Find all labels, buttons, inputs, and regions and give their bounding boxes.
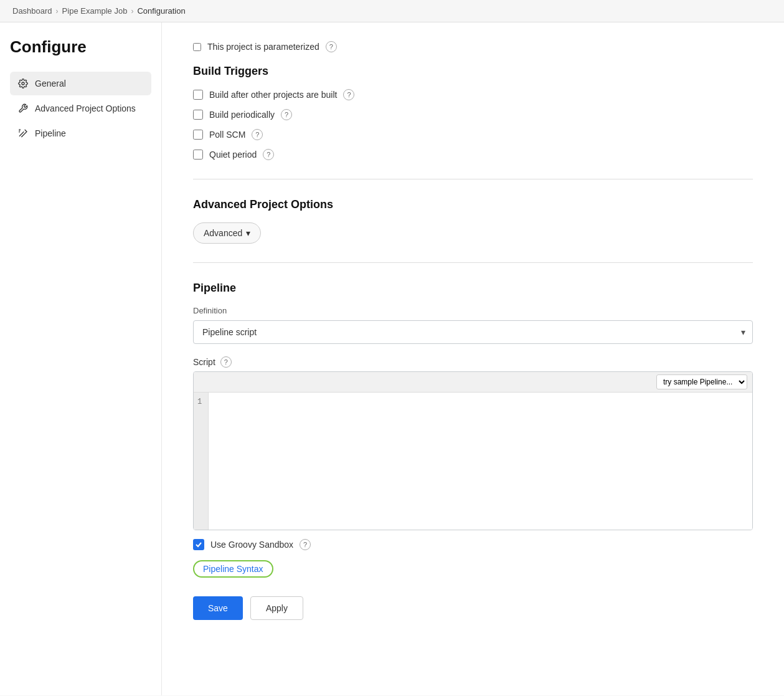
groovy-sandbox-label: Use Groovy Sandbox: [210, 540, 293, 550]
quiet-period-help-icon[interactable]: ?: [263, 149, 274, 160]
this-project-parameterized-label: This project is parameterized: [207, 42, 319, 52]
script-textarea[interactable]: [209, 393, 752, 530]
poll-scm-label: Poll SCM: [209, 130, 245, 140]
sidebar-item-advanced-project-options[interactable]: Advanced Project Options: [10, 97, 151, 120]
definition-label: Definition: [193, 306, 753, 315]
breadcrumb: Dashboard › Pipe Example Job › Configura…: [0, 0, 784, 22]
sidebar-nav: General Advanced Project Options: [10, 72, 151, 145]
groovy-sandbox-row: Use Groovy Sandbox ?: [193, 539, 753, 550]
editor-header: try sample Pipeline...: [194, 372, 752, 393]
advanced-chevron-icon: ▾: [246, 228, 250, 238]
build-after-other-row: Build after other projects are built ?: [193, 89, 753, 100]
save-button[interactable]: Save: [193, 596, 243, 620]
advanced-button[interactable]: Advanced ▾: [193, 222, 261, 244]
script-label-row: Script ?: [193, 356, 753, 368]
sidebar-item-advanced-label: Advanced Project Options: [35, 103, 136, 113]
sidebar-title: Configure: [10, 37, 151, 57]
build-after-other-help-icon[interactable]: ?: [343, 89, 354, 100]
poll-scm-row: Poll SCM ?: [193, 129, 753, 140]
gear-icon: [17, 78, 29, 89]
poll-scm-help-icon[interactable]: ?: [252, 129, 263, 140]
breadcrumb-dashboard[interactable]: Dashboard: [12, 6, 52, 16]
pipeline-title: Pipeline: [193, 282, 753, 295]
pipeline-section: Pipeline Definition Pipeline script Pipe…: [193, 282, 753, 578]
script-section: Script ? try sample Pipeline... 1: [193, 356, 753, 530]
build-periodically-checkbox[interactable]: [193, 110, 203, 120]
sample-pipeline-select[interactable]: try sample Pipeline...: [656, 374, 747, 389]
quiet-period-row: Quiet period ?: [193, 149, 753, 160]
this-project-parameterized-row: This project is parameterized ?: [193, 41, 753, 52]
advanced-project-options-section: Advanced Project Options Advanced ▾: [193, 198, 753, 244]
build-periodically-label: Build periodically: [209, 110, 275, 120]
build-triggers-title: Build Triggers: [193, 65, 753, 78]
sidebar-item-general-label: General: [35, 79, 66, 88]
pipeline-syntax-link[interactable]: Pipeline Syntax: [193, 560, 273, 578]
breadcrumb-sep-1: ›: [56, 7, 59, 16]
script-editor-container: try sample Pipeline... 1: [193, 371, 753, 530]
sidebar-item-general[interactable]: General: [10, 72, 151, 95]
action-buttons: Save Apply: [193, 596, 753, 645]
quiet-period-checkbox[interactable]: [193, 150, 203, 160]
sidebar: Configure General Advan: [0, 22, 162, 695]
definition-select[interactable]: Pipeline script Pipeline script from SCM: [193, 320, 753, 344]
main-layout: Configure General Advan: [0, 22, 784, 695]
breadcrumb-sep-2: ›: [131, 7, 133, 16]
this-project-parameterized-help-icon[interactable]: ?: [326, 41, 337, 52]
apply-button[interactable]: Apply: [250, 596, 303, 620]
build-after-other-label: Build after other projects are built: [209, 90, 337, 100]
advanced-project-options-title: Advanced Project Options: [193, 198, 753, 211]
sidebar-item-pipeline-label: Pipeline: [35, 128, 66, 138]
wrench-icon: [17, 103, 29, 114]
line-num-1: 1: [197, 398, 202, 406]
build-triggers-section: Build Triggers Build after other project…: [193, 65, 753, 160]
quiet-period-label: Quiet period: [209, 150, 257, 160]
poll-scm-checkbox[interactable]: [193, 130, 203, 140]
advanced-button-label: Advanced: [204, 228, 242, 238]
svg-point-0: [22, 82, 24, 85]
line-numbers: 1: [194, 393, 209, 530]
groovy-sandbox-help-icon[interactable]: ?: [300, 539, 311, 550]
build-periodically-help-icon[interactable]: ?: [281, 109, 292, 120]
definition-select-wrapper: Pipeline script Pipeline script from SCM…: [193, 320, 753, 344]
breadcrumb-current: Configuration: [137, 6, 185, 16]
divider-2: [193, 262, 753, 263]
sidebar-item-pipeline[interactable]: Pipeline: [10, 122, 151, 145]
script-label: Script: [193, 357, 215, 367]
build-periodically-row: Build periodically ?: [193, 109, 753, 120]
divider-1: [193, 179, 753, 179]
breadcrumb-pipe-example-job[interactable]: Pipe Example Job: [62, 6, 128, 16]
pipeline-icon: [17, 128, 29, 139]
groovy-sandbox-checkbox[interactable]: [193, 539, 204, 550]
editor-body: 1: [194, 393, 752, 530]
content-area: This project is parameterized ? Build Tr…: [162, 22, 784, 695]
script-help-icon[interactable]: ?: [220, 356, 232, 368]
build-after-other-checkbox[interactable]: [193, 90, 203, 100]
this-project-parameterized-checkbox[interactable]: [193, 43, 201, 51]
